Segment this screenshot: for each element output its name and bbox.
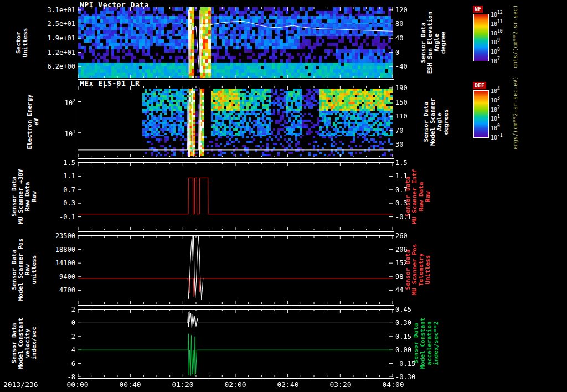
plot-panel-modelconst <box>78 309 394 379</box>
modelconst-left-axis-label: Sensor DataModel Constantvelocityindex/s… <box>11 318 38 369</box>
npi-right-tick-label: 0 <box>395 49 399 56</box>
colorbar-def-units: ergs/(cm**2-sr-sec-eV) <box>512 76 519 149</box>
mu30v-right-tick-label: -0.1 <box>395 214 411 220</box>
tick-marks <box>78 310 393 377</box>
series-model-constant-velocity <box>78 311 393 328</box>
colorbar-tick-label: 107 <box>491 56 500 64</box>
npi-right-tick-label: 120 <box>395 7 408 13</box>
tick-marks <box>78 236 393 304</box>
tick-marks <box>78 86 393 157</box>
modelconst-right-tick-label: 0.00 <box>395 347 411 353</box>
colorbar-tick-label: 100 <box>491 124 500 131</box>
plot-panel-els <box>78 86 394 159</box>
npi-left-axis-label: SectorUnitless <box>16 28 29 58</box>
modelconst-right-tick-label: -0.15 <box>395 360 415 367</box>
scanpos-right-axis-label: Sensor DataMU Scanner PosTelemetryUnitle… <box>405 244 431 296</box>
colorbar-tick-label: 108 <box>491 48 500 55</box>
mu30v-right-tick-label: 0.3 <box>395 200 408 207</box>
modelconst-left-tick-label: 0 <box>71 319 75 326</box>
colorbar-tick-label: 103 <box>491 96 500 103</box>
plot-panel-mu30v <box>78 162 394 232</box>
colorbar-def-label: DEF <box>473 82 486 89</box>
overlay-mu30v <box>78 163 393 230</box>
mu30v-left-tick-label: -0.1 <box>59 214 75 220</box>
scanpos-left-axis-label: Sensor DataModel Scanner PosRawunitless <box>11 239 38 301</box>
modelconst-right-tick-label: 0.15 <box>395 333 411 340</box>
els-right-tick-label: 190 <box>395 85 408 91</box>
overlay-scanpos <box>78 236 393 304</box>
x-axis-tick-label: 00:40 <box>114 380 147 389</box>
x-axis-tick-label: 04:00 <box>377 380 410 389</box>
npi-left-tick-label: 3.1e+01 <box>47 7 75 13</box>
els-right-tick-label: 110 <box>395 113 408 120</box>
npi-left-tick-label: 1.2e+01 <box>47 49 75 56</box>
series-scanner-pos-raw <box>78 278 393 297</box>
colorbar-nf-label: NF <box>473 6 483 13</box>
scanpos-left-tick-label: 14100 <box>55 260 75 266</box>
colorbar-tick-label: 10-1 <box>491 133 503 140</box>
modelconst-left-tick-label: -8 <box>68 374 75 380</box>
modelconst-right-axis-label: Sensor DataModel Constantaccelerationind… <box>413 318 440 369</box>
mu30v-left-axis-label: Sensor DataMU Scanner +30VRaw DataRaw <box>11 169 38 224</box>
colorbar-tick-label: 1010 <box>491 29 503 36</box>
scanpos-left-tick-label: 23500 <box>55 233 75 239</box>
modelconst-left-tick-label: -2 <box>68 333 75 340</box>
mu30v-left-tick-label: 0.3 <box>63 200 75 207</box>
scanpos-right-tick-label: 260 <box>395 233 408 239</box>
npi-right-tick-label: 40 <box>395 35 403 42</box>
x-axis-tick-label: 00:00 <box>61 380 94 389</box>
npi-right-axis-label: Sensor DataESH Sun ElevationAngledegree <box>420 12 447 74</box>
els-right-tick-label: 150 <box>395 99 408 106</box>
colorbar-nf-gradient <box>473 14 489 61</box>
colorbar-tick-label: 1011 <box>491 19 503 27</box>
series-model-constant-acceleration <box>78 334 393 376</box>
npi-right-tick-label: -40 <box>395 63 408 70</box>
series-sun-elevation-line <box>188 10 393 74</box>
scanpos-right-tick-label: 152 <box>395 260 408 266</box>
els-right-tick-label: 70 <box>395 127 403 134</box>
mu30v-right-tick-label: 1.1 <box>395 173 408 179</box>
x-axis-tick-label: 02:40 <box>271 380 305 389</box>
colorbar-tick-label: 1012 <box>491 10 503 17</box>
scanpos-right-tick-label: 98 <box>395 274 403 280</box>
colorbar-tick-label: 104 <box>491 86 500 94</box>
npi-left-tick-label: 1.9e+01 <box>47 35 75 42</box>
els-left-axis-label: Electron EnergyeV <box>27 94 40 149</box>
scanpos-left-tick-label: 4700 <box>59 287 75 293</box>
els-right-tick-label: 30 <box>395 141 403 148</box>
colorbar-tick-label: 109 <box>491 38 500 45</box>
modelconst-left-tick-label: -4 <box>68 347 75 353</box>
overlay-modelconst <box>78 310 393 377</box>
mu30v-right-tick-label: 1.5 <box>395 159 408 166</box>
x-axis-tick-label: 01:20 <box>166 380 199 389</box>
mu30v-left-tick-label: 1.5 <box>63 159 75 166</box>
modelconst-left-tick-label: 2 <box>71 306 75 313</box>
scanpos-right-tick-label: 44 <box>395 287 403 293</box>
modelconst-left-tick-label: -6 <box>68 360 75 367</box>
mu30v-left-tick-label: 1.1 <box>63 173 75 179</box>
tick-marks <box>78 163 393 230</box>
colorbar-tick-label: 101 <box>491 115 500 122</box>
tick-marks <box>78 7 393 78</box>
series-mu-scanner-30v-raw <box>78 178 393 214</box>
npi-left-tick-label: 2.5e+01 <box>47 20 75 27</box>
scanpos-left-tick-label: 9400 <box>59 274 75 280</box>
modelconst-right-tick-label: 0.45 <box>395 306 411 313</box>
overlay-els <box>78 86 393 157</box>
mu30v-right-tick-label: 0.7 <box>395 187 408 193</box>
modelconst-right-tick-label: 0.30 <box>395 319 411 326</box>
colorbar-def-gradient <box>473 90 489 138</box>
modelconst-right-tick-label: -0.30 <box>395 374 415 380</box>
els-left-tick-label: 101 <box>65 128 75 137</box>
colorbar-nf-units: cnts/(cm**2-sr-sec) <box>512 5 519 68</box>
overlay-npi <box>78 7 393 78</box>
series-scanner-angle-line <box>78 88 393 157</box>
colorbar-tick-label: 102 <box>491 105 500 112</box>
mu30v-left-tick-label: 0.7 <box>63 187 75 193</box>
spacecraft-data-plot-screen: NPI Vector Data MEx ELS-01 LR SectorUnit… <box>0 0 567 392</box>
plot-panel-scanpos <box>78 235 394 306</box>
scanpos-left-tick-label: 18800 <box>55 246 75 253</box>
els-right-axis-label: Sensor DataModel ScannerAngledegrees <box>423 98 450 146</box>
series-scanner-pos-telemetry <box>188 236 203 300</box>
npi-right-tick-label: 80 <box>395 20 403 27</box>
